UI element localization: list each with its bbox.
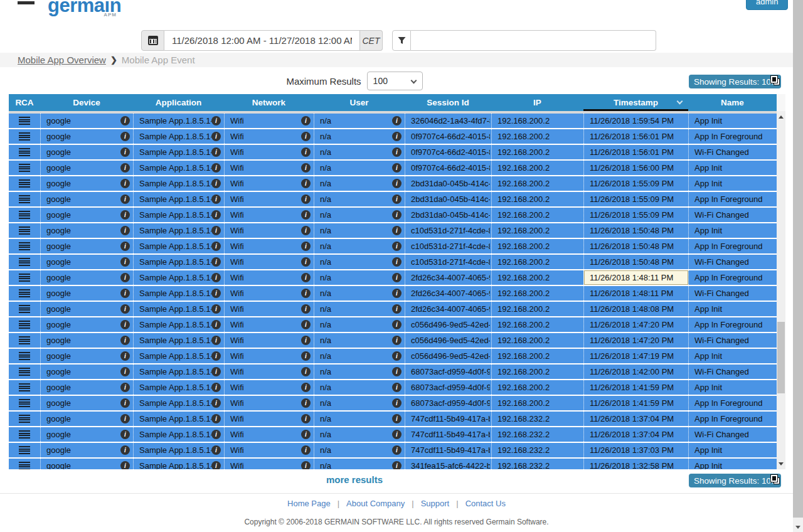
table-row[interactable]: google Sample App.1.8.5.1-SNA Wifi n/a 2… <box>9 208 777 222</box>
info-icon[interactable] <box>211 242 221 251</box>
rca-cell[interactable] <box>9 302 40 316</box>
session-id-cell[interactable]: 2bd31da0-045b-414c-9c... <box>405 176 491 191</box>
name-cell[interactable]: App Init <box>688 176 777 191</box>
rca-menu-icon[interactable] <box>19 242 30 251</box>
network-cell[interactable]: Wifi <box>224 161 314 175</box>
table-row[interactable]: google Sample App.1.8.5.1-SNA Wifi n/a 0… <box>9 145 777 159</box>
ip-cell[interactable]: 192.168.232.2 <box>491 459 583 469</box>
user-cell[interactable]: n/a <box>314 161 405 175</box>
device-cell[interactable]: google <box>40 114 133 128</box>
user-cell[interactable]: n/a <box>314 302 405 316</box>
info-icon[interactable] <box>301 257 311 267</box>
info-icon[interactable] <box>211 414 221 423</box>
rca-cell[interactable] <box>9 443 40 457</box>
info-icon[interactable] <box>211 445 221 455</box>
session-id-cell[interactable]: 2bd31da0-045b-414c-9c... <box>405 208 491 222</box>
ip-cell[interactable]: 192.168.200.2 <box>491 145 583 159</box>
network-cell[interactable]: Wifi <box>224 427 314 442</box>
info-icon[interactable] <box>120 320 130 329</box>
info-icon[interactable] <box>301 367 311 376</box>
device-cell[interactable]: google <box>40 208 133 222</box>
timestamp-cell[interactable]: 11/26/2018 1:50:48 PM <box>583 239 688 253</box>
name-cell[interactable]: App Init <box>688 380 777 395</box>
table-row[interactable]: google Sample App.1.8.5.1-SNA Wifi n/a 2… <box>9 286 777 301</box>
session-id-cell[interactable]: 68073acf-d959-4d0f-96d... <box>405 396 491 410</box>
info-icon[interactable] <box>120 398 130 408</box>
device-cell[interactable]: google <box>40 286 133 301</box>
info-icon[interactable] <box>120 336 130 345</box>
rca-menu-icon[interactable] <box>19 415 30 423</box>
ip-cell[interactable]: 192.168.200.2 <box>491 396 583 410</box>
name-cell[interactable]: Wi-Fi Changed <box>688 333 777 348</box>
session-id-cell[interactable]: 2fd26c34-4007-4065-97... <box>405 302 491 316</box>
table-row[interactable]: google Sample App.1.8.5.1-SNA Wifi n/a 2… <box>9 192 777 206</box>
application-cell[interactable]: Sample App.1.8.5.1-SNA <box>133 145 224 159</box>
timestamp-cell[interactable]: 11/26/2018 1:41:59 PM <box>583 380 688 395</box>
table-row[interactable]: google Sample App.1.8.5.1-SNA Wifi n/a 6… <box>9 380 777 395</box>
application-cell[interactable]: Sample App.1.8.5.1-SNA <box>133 223 224 238</box>
device-cell[interactable]: google <box>40 129 133 144</box>
name-cell[interactable]: Wi-Fi Changed <box>688 286 777 301</box>
user-cell[interactable]: n/a <box>314 129 405 144</box>
info-icon[interactable] <box>120 304 130 314</box>
filter-input[interactable] <box>411 30 656 51</box>
network-cell[interactable]: Wifi <box>224 302 314 316</box>
network-cell[interactable]: Wifi <box>224 192 314 206</box>
rca-cell[interactable] <box>9 349 40 363</box>
column-header-timestamp[interactable]: Timestamp <box>583 94 688 111</box>
name-cell[interactable]: App In Foreground <box>688 129 777 144</box>
network-cell[interactable]: Wifi <box>224 223 314 238</box>
info-icon[interactable] <box>301 194 311 204</box>
application-cell[interactable]: Sample App.1.8.5.1-SNA <box>133 317 224 332</box>
application-cell[interactable]: Sample App.1.8.5.1-SNA <box>133 364 224 379</box>
rca-menu-icon[interactable] <box>19 305 30 314</box>
info-icon[interactable] <box>392 194 402 204</box>
info-icon[interactable] <box>392 242 402 251</box>
info-icon[interactable] <box>120 147 130 157</box>
name-cell[interactable]: App Init <box>688 302 777 316</box>
timestamp-cell[interactable]: 11/26/2018 1:47:20 PM <box>583 317 688 332</box>
info-icon[interactable] <box>301 132 311 141</box>
info-icon[interactable] <box>392 257 402 267</box>
session-id-cell[interactable]: 747cdf11-5b49-417a-b0... <box>405 427 491 442</box>
info-icon[interactable] <box>120 351 130 361</box>
column-header-name[interactable]: Name <box>688 94 777 111</box>
info-icon[interactable] <box>120 289 130 298</box>
info-icon[interactable] <box>120 257 130 267</box>
calendar-button[interactable] <box>141 30 164 51</box>
column-header-session-id[interactable]: Session Id <box>405 94 491 111</box>
info-icon[interactable] <box>211 147 221 157</box>
rca-cell[interactable] <box>9 145 40 159</box>
info-icon[interactable] <box>392 210 402 220</box>
device-cell[interactable]: google <box>40 443 133 457</box>
application-cell[interactable]: Sample App.1.8.5.1-SNA <box>133 396 224 410</box>
device-cell[interactable]: google <box>40 145 133 159</box>
table-scrollbar-thumb[interactable] <box>777 322 785 393</box>
table-row[interactable]: google Sample App.1.8.5.1-SNA Wifi n/a 3… <box>9 459 777 469</box>
timestamp-cell[interactable]: 11/26/2018 1:41:59 PM <box>583 396 688 410</box>
network-cell[interactable]: Wifi <box>224 145 314 159</box>
application-cell[interactable]: Sample App.1.8.5.1-SNA <box>133 129 224 144</box>
ip-cell[interactable]: 192.168.200.2 <box>491 333 583 348</box>
breadcrumb-parent-link[interactable]: Mobile App Overview <box>18 55 106 65</box>
application-cell[interactable]: Sample App.1.8.5.1-SNA <box>133 412 224 426</box>
session-id-cell[interactable]: 2fd26c34-4007-4065-97... <box>405 286 491 301</box>
application-cell[interactable]: Sample App.1.8.5.1-SNA <box>133 255 224 269</box>
rca-cell[interactable] <box>9 317 40 332</box>
user-cell[interactable]: n/a <box>314 412 405 426</box>
info-icon[interactable] <box>392 147 402 157</box>
rca-menu-icon[interactable] <box>19 226 30 235</box>
rca-menu-icon[interactable] <box>19 132 30 141</box>
info-icon[interactable] <box>392 163 402 173</box>
table-row[interactable]: google Sample App.1.8.5.1-SNA Wifi n/a c… <box>9 317 777 332</box>
device-cell[interactable]: google <box>40 239 133 253</box>
device-cell[interactable]: google <box>40 223 133 238</box>
device-cell[interactable]: google <box>40 302 133 316</box>
user-cell[interactable]: n/a <box>314 145 405 159</box>
info-icon[interactable] <box>301 147 311 157</box>
footer-link-support[interactable]: Support <box>421 499 450 508</box>
ip-cell[interactable]: 192.168.200.2 <box>491 129 583 144</box>
timestamp-cell[interactable]: 11/26/2018 1:50:48 PM <box>583 255 688 269</box>
filter-button[interactable] <box>392 30 411 51</box>
rca-menu-icon[interactable] <box>19 462 30 470</box>
